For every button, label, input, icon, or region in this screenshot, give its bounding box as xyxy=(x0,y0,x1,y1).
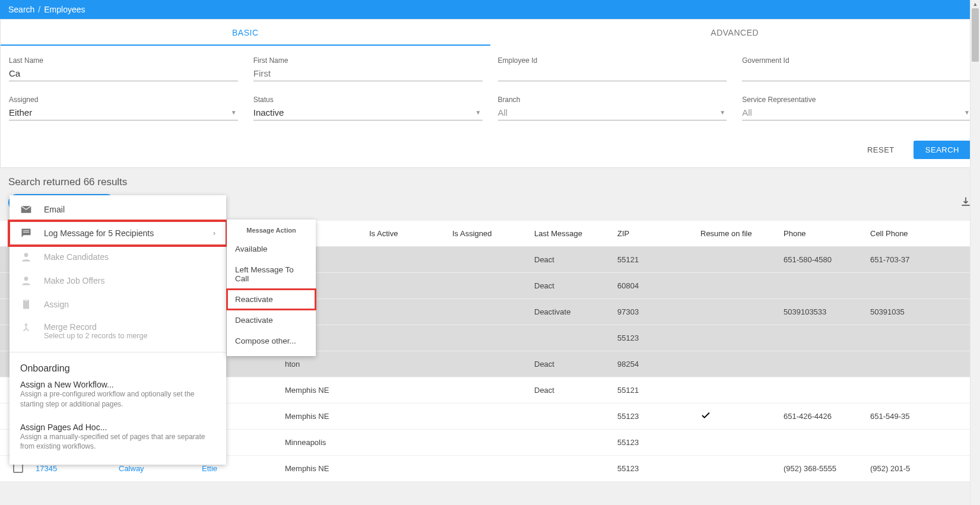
person-icon xyxy=(20,251,33,263)
select-service-rep[interactable] xyxy=(742,106,971,120)
col-last-message[interactable]: Last Message xyxy=(534,229,617,238)
menu-make-job-offers: Make Job Offers xyxy=(9,269,226,293)
col-resume[interactable]: Resume on file xyxy=(700,229,784,238)
search-button[interactable]: SEARCH xyxy=(914,141,971,159)
row-branch: Minneapolis xyxy=(285,438,369,447)
scroll-arrow-up-icon[interactable]: ▲ xyxy=(971,1,980,7)
select-status[interactable] xyxy=(253,106,483,120)
menu-merge: Merge Record Select up to 2 records to m… xyxy=(9,316,226,346)
input-employee-id[interactable] xyxy=(498,66,727,81)
menu-log-message[interactable]: Log Message for 5 Recipients › xyxy=(9,221,226,245)
menu-candidates-label: Make Candidates xyxy=(44,252,109,262)
row-resume xyxy=(700,410,784,423)
row-cell-phone: 50391035 xyxy=(870,307,980,316)
menu-email[interactable]: Email xyxy=(9,198,226,221)
search-tabs: BASIC ADVANCED xyxy=(1,20,979,46)
row-branch: Memphis NE xyxy=(285,412,369,421)
row-phone: 5039103533 xyxy=(784,307,870,316)
menu-merge-sub: Select up to 2 records to merge xyxy=(44,332,147,340)
chevron-right-icon: › xyxy=(213,229,215,237)
menu-assign-pages-title: Assign Pages Ad Hoc... xyxy=(20,423,215,432)
action-menu: Email Log Message for 5 Recipients › Mak… xyxy=(9,195,226,465)
row-zip: 60804 xyxy=(617,281,700,290)
svg-point-0 xyxy=(24,253,28,257)
col-is-active[interactable]: Is Active xyxy=(369,229,452,238)
tab-basic[interactable]: BASIC xyxy=(1,20,490,46)
menu-assign-pages-desc: Assign a manually-specified set of pages… xyxy=(20,432,215,452)
submenu-deactivate[interactable]: Deactivate xyxy=(227,310,316,331)
input-last-name[interactable] xyxy=(9,66,238,81)
input-government-id[interactable] xyxy=(742,66,971,81)
menu-merge-title: Merge Record xyxy=(44,322,147,332)
row-phone: (952) 368-5555 xyxy=(784,464,870,473)
label-employee-id: Employee Id xyxy=(498,56,727,65)
field-first-name: First Name xyxy=(253,56,483,81)
field-government-id: Government Id xyxy=(742,56,971,81)
check-icon xyxy=(700,410,711,421)
vertical-scrollbar[interactable]: ▲ xyxy=(970,0,980,482)
row-zip: 55123 xyxy=(617,334,700,342)
label-first-name: First Name xyxy=(253,56,483,65)
label-government-id: Government Id xyxy=(742,56,971,65)
label-assigned: Assigned xyxy=(9,96,238,104)
col-cell-phone[interactable]: Cell Phone xyxy=(870,229,980,238)
breadcrumb-search[interactable]: Search xyxy=(8,5,34,14)
row-cell-phone: 651-549-35 xyxy=(870,412,980,421)
col-phone[interactable]: Phone xyxy=(784,229,870,238)
row-zip: 55123 xyxy=(617,412,700,421)
row-last-message: Deactivate xyxy=(534,307,617,316)
row-id[interactable]: 17345 xyxy=(36,464,57,473)
menu-onboarding-title: Onboarding xyxy=(9,358,226,376)
message-action-submenu: Message Action Available Left Message To… xyxy=(227,220,316,356)
row-last-message: Deact xyxy=(534,360,617,369)
row-phone: 651-426-4426 xyxy=(784,412,870,421)
label-status: Status xyxy=(253,96,483,104)
reset-button[interactable]: RESET xyxy=(855,141,906,159)
svg-rect-3 xyxy=(25,299,28,301)
submenu-left-message[interactable]: Left Message To Call xyxy=(227,259,316,289)
row-last-message: Deact xyxy=(534,281,617,290)
row-zip: 98254 xyxy=(617,360,700,369)
col-zip[interactable]: ZIP xyxy=(617,229,700,238)
row-branch: Memphis NE xyxy=(285,386,369,395)
field-status: Status ▼ xyxy=(253,96,483,120)
row-branch: Memphis NE xyxy=(285,464,369,473)
submenu-header: Message Action xyxy=(227,224,316,239)
scroll-thumb[interactable] xyxy=(972,8,979,62)
row-zip: 55121 xyxy=(617,386,700,395)
row-firstname[interactable]: Ettie xyxy=(202,464,217,473)
tab-advanced[interactable]: ADVANCED xyxy=(490,20,980,46)
row-lastname[interactable]: Calway xyxy=(119,464,144,473)
mail-icon xyxy=(20,204,33,215)
row-cell-phone: (952) 201-5 xyxy=(870,464,980,473)
field-assigned: Assigned ▼ xyxy=(9,96,238,120)
select-assigned[interactable] xyxy=(9,106,238,120)
message-icon xyxy=(20,227,33,239)
field-service-rep: Service Representative ▼ xyxy=(742,96,971,120)
row-zip: 55123 xyxy=(617,464,700,473)
breadcrumb: Search / Employees xyxy=(0,0,980,19)
label-branch: Branch xyxy=(498,96,727,104)
col-is-assigned[interactable]: Is Assigned xyxy=(452,229,534,238)
menu-assign-pages[interactable]: Assign Pages Ad Hoc... Assign a manually… xyxy=(9,419,226,456)
menu-assign-label: Assign xyxy=(44,300,69,309)
row-branch: hton xyxy=(285,360,369,369)
row-cell-phone: 651-703-37 xyxy=(870,255,980,264)
submenu-reactivate[interactable]: Reactivate xyxy=(227,289,316,310)
menu-email-label: Email xyxy=(44,205,65,214)
field-last-name: Last Name xyxy=(9,56,238,81)
menu-assign-workflow-desc: Assign a pre-configured workflow and opt… xyxy=(20,389,215,409)
submenu-compose[interactable]: Compose other... xyxy=(227,331,316,351)
submenu-available[interactable]: Available xyxy=(227,239,316,259)
row-zip: 97303 xyxy=(617,307,700,316)
menu-log-label: Log Message for 5 Recipients xyxy=(44,228,154,238)
results-header: Search returned 66 results xyxy=(0,168,980,188)
menu-assign-workflow-title: Assign a New Workflow... xyxy=(20,380,215,389)
select-branch[interactable] xyxy=(498,106,727,120)
label-service-rep: Service Representative xyxy=(742,96,971,104)
input-first-name[interactable] xyxy=(253,66,483,81)
clipboard-icon xyxy=(20,298,33,310)
merge-icon xyxy=(20,322,33,334)
label-last-name: Last Name xyxy=(9,56,238,65)
menu-assign-workflow[interactable]: Assign a New Workflow... Assign a pre-co… xyxy=(9,376,226,413)
